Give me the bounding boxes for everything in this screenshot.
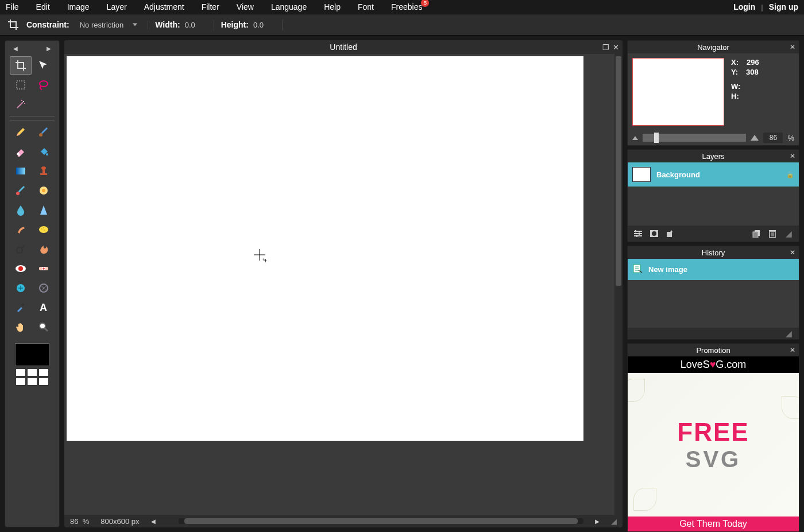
login-link[interactable]: Login	[733, 2, 755, 11]
promotion-ad[interactable]: LoveS♥G.com FREE SVG Get Them Today	[628, 356, 799, 531]
resize-grip-icon[interactable]: ◢	[783, 328, 794, 339]
history-list: New image	[628, 259, 799, 328]
bucket-tool[interactable]	[33, 142, 55, 161]
wand-tool[interactable]	[10, 95, 32, 114]
svg-rect-40	[753, 232, 758, 238]
sponge-tool[interactable]	[33, 220, 55, 239]
hscroll-right[interactable]: ▶	[595, 518, 600, 525]
bloat-tool[interactable]	[10, 279, 32, 297]
menu-edit[interactable]: Edit	[36, 2, 50, 11]
swatch[interactable]	[16, 368, 26, 376]
menu-freebies[interactable]: Freebies5	[391, 2, 422, 11]
colorreplace-tool[interactable]	[10, 181, 32, 200]
layer-name: Background	[656, 170, 700, 179]
smudge-tool[interactable]	[10, 220, 32, 239]
navigator-thumbnail[interactable]	[632, 58, 724, 126]
burn-tool[interactable]	[33, 240, 55, 258]
zoom-in-icon[interactable]	[751, 135, 759, 141]
svg-line-19	[22, 245, 25, 248]
menu-filter[interactable]: Filter	[202, 2, 219, 11]
history-title: History	[702, 248, 725, 257]
marquee-tool[interactable]	[10, 76, 32, 94]
svg-rect-7	[16, 168, 25, 174]
eraser-tool[interactable]	[10, 142, 32, 161]
swatch[interactable]	[27, 368, 37, 376]
menu-image[interactable]: Image	[67, 2, 90, 11]
layer-mask-icon[interactable]	[648, 228, 660, 239]
tools-next[interactable]: ▶	[47, 45, 51, 52]
swatch[interactable]	[16, 378, 26, 386]
gradient-tool[interactable]	[10, 162, 32, 180]
vertical-scrollbar[interactable]	[614, 54, 623, 515]
width-input[interactable]	[184, 20, 207, 30]
canvas[interactable]	[67, 56, 583, 441]
layer-styles-icon[interactable]	[664, 228, 676, 239]
pencil-tool[interactable]	[10, 123, 32, 141]
move-tool[interactable]	[33, 56, 55, 75]
layer-settings-icon[interactable]	[632, 228, 644, 239]
layer-new-icon[interactable]	[751, 228, 762, 239]
type-tool[interactable]: A	[33, 298, 55, 317]
foreground-color[interactable]	[15, 343, 49, 366]
swatch[interactable]	[38, 378, 49, 386]
heal-tool[interactable]	[33, 259, 55, 278]
zoom-value[interactable]: 86	[763, 133, 783, 143]
menu-view[interactable]: View	[237, 2, 254, 11]
navigator-panel: Navigator✕ X:296 Y:308 W: H: 86 %	[627, 40, 799, 146]
layer-delete-icon[interactable]	[767, 228, 778, 239]
hscroll-left[interactable]: ◀	[151, 518, 156, 525]
history-item[interactable]: New image	[628, 259, 799, 280]
zoom-slider[interactable]	[643, 134, 746, 142]
dodge-tool[interactable]	[10, 240, 32, 258]
options-toolbar: Constraint: No restriction Width: Height…	[0, 14, 804, 36]
picker-tool[interactable]	[10, 298, 32, 317]
zoom-out-icon[interactable]	[632, 136, 638, 140]
right-panels: Navigator✕ X:296 Y:308 W: H: 86 %	[627, 40, 799, 532]
svg-point-18	[17, 247, 22, 253]
crop-tool[interactable]	[10, 56, 32, 75]
lasso-tool[interactable]	[33, 76, 55, 94]
menu-font[interactable]: Font	[358, 2, 374, 11]
constraint-select-wrap[interactable]: No restriction	[76, 21, 149, 29]
menu-layer[interactable]: Layer	[107, 2, 127, 11]
resize-grip-icon[interactable]: ◢	[783, 228, 794, 239]
swatch[interactable]	[27, 378, 37, 386]
stamp-tool[interactable]	[33, 162, 55, 180]
horizontal-scrollbar[interactable]	[179, 518, 584, 524]
swatch[interactable]	[38, 368, 49, 376]
hand-tool[interactable]	[10, 318, 32, 336]
signup-link[interactable]: Sign up	[769, 2, 798, 11]
resize-grip-icon[interactable]: ◢	[611, 517, 617, 526]
height-label: Height:	[221, 20, 249, 29]
svg-point-3	[21, 100, 22, 101]
svg-point-4	[24, 103, 25, 104]
layer-item[interactable]: Background 🔒	[628, 162, 799, 187]
window-restore-icon[interactable]: ❐	[602, 43, 609, 52]
navigator-close[interactable]: ✕	[790, 43, 795, 51]
height-input[interactable]	[252, 20, 275, 30]
history-close[interactable]: ✕	[790, 248, 795, 257]
redeye-tool[interactable]	[10, 259, 32, 278]
window-close-icon[interactable]: ✕	[613, 43, 619, 52]
drawing-tool[interactable]	[33, 181, 55, 200]
svg-rect-34	[639, 232, 640, 235]
menu-adjustment[interactable]: Adjustment	[144, 2, 184, 11]
tools-prev[interactable]: ◀	[13, 45, 18, 52]
menu-file[interactable]: File	[6, 2, 19, 11]
menu-help[interactable]: Help	[324, 2, 341, 11]
navigator-coords: X:296 Y:308 W: H:	[731, 58, 759, 126]
canvas-viewport[interactable]	[64, 54, 623, 515]
layers-close[interactable]: ✕	[790, 152, 795, 160]
pinch-tool[interactable]	[33, 279, 55, 297]
brush-tool[interactable]	[33, 123, 55, 141]
zoom-tool[interactable]	[33, 318, 55, 336]
promo-line2: SVG	[686, 446, 741, 472]
blur-tool[interactable]	[10, 201, 32, 219]
svg-point-10	[41, 166, 46, 170]
promotion-close[interactable]: ✕	[790, 346, 795, 354]
menu-language[interactable]: Language	[271, 2, 307, 11]
active-tool-icon	[7, 18, 20, 31]
status-zoom: 86 %	[70, 517, 89, 526]
lock-icon[interactable]: 🔒	[786, 171, 794, 178]
sharpen-tool[interactable]	[33, 201, 55, 219]
